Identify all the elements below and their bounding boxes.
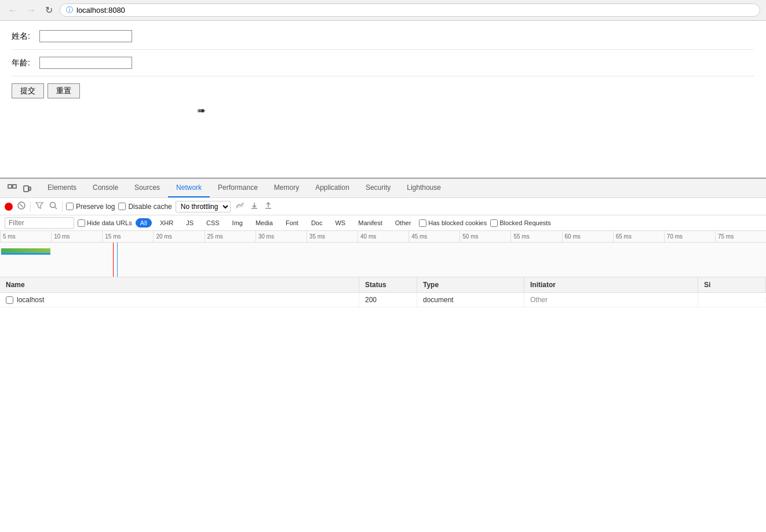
timeline-blue-bar xyxy=(1,253,50,255)
filter-css[interactable]: CSS xyxy=(202,218,224,228)
name-form-row: 姓名: xyxy=(12,30,754,50)
filter-manifest[interactable]: Manifest xyxy=(353,218,387,228)
filter-js[interactable]: JS xyxy=(181,218,198,228)
name-input[interactable] xyxy=(39,30,132,42)
has-blocked-cookies-checkbox[interactable]: Has blocked cookies xyxy=(419,219,487,227)
blocked-requests-checkbox[interactable]: Blocked Requests xyxy=(490,219,551,227)
svg-rect-3 xyxy=(29,187,31,190)
tab-memory[interactable]: Memory xyxy=(266,179,307,197)
devtools-panel: Elements Console Sources Network Perform… xyxy=(0,178,766,513)
tab-performance[interactable]: Performance xyxy=(210,179,266,197)
svg-rect-0 xyxy=(8,185,12,188)
tick-25ms: 25 ms xyxy=(205,231,256,242)
tick-35ms: 35 ms xyxy=(307,231,358,242)
row-name: localhost xyxy=(17,296,44,304)
td-type: document xyxy=(417,293,524,307)
clear-button[interactable] xyxy=(16,200,27,212)
tick-65ms: 65 ms xyxy=(613,231,664,242)
import-har-button[interactable] xyxy=(249,200,260,212)
tick-60ms: 60 ms xyxy=(562,231,613,242)
device-toolbar-button[interactable] xyxy=(20,182,35,197)
tab-console[interactable]: Console xyxy=(85,179,126,197)
throttle-select[interactable]: No throttling Fast 3G Slow 3G Offline xyxy=(176,201,231,212)
td-size xyxy=(698,297,766,303)
th-size: Si xyxy=(698,277,766,292)
tab-sources[interactable]: Sources xyxy=(126,179,168,197)
tick-45ms: 45 ms xyxy=(408,231,459,242)
table-row[interactable]: localhost 200 document Other xyxy=(0,293,766,307)
export-har-button[interactable] xyxy=(263,200,273,212)
cursor-area: ➠ xyxy=(12,98,754,168)
tick-30ms: 30 ms xyxy=(256,231,307,242)
submit-button[interactable]: 提交 xyxy=(12,83,44,98)
hide-data-urls-checkbox[interactable]: Hide data URLs xyxy=(78,219,132,227)
age-form-row: 年龄: xyxy=(12,57,754,76)
svg-rect-1 xyxy=(13,185,16,188)
disable-cache-checkbox[interactable]: Disable cache xyxy=(118,203,172,211)
filter-img[interactable]: Img xyxy=(228,218,247,228)
timeline-ruler: 5 ms 10 ms 15 ms 20 ms 25 ms 30 ms 35 ms… xyxy=(0,231,766,243)
browser-chrome: ← → ↻ ⓘ xyxy=(0,0,766,21)
preserve-log-checkbox[interactable]: Preserve log xyxy=(66,203,115,211)
tick-15ms: 15 ms xyxy=(102,231,153,242)
disable-cache-input[interactable] xyxy=(118,203,126,210)
td-status: 200 xyxy=(359,293,417,307)
timeline-blue-line xyxy=(117,243,118,277)
has-blocked-cookies-input[interactable] xyxy=(419,219,426,227)
network-table: Name Status Type Initiator Si localhost … xyxy=(0,277,766,513)
filter-media[interactable]: Media xyxy=(251,218,278,228)
back-button[interactable]: ← xyxy=(6,4,20,17)
tick-10ms: 10 ms xyxy=(51,231,102,242)
record-button[interactable] xyxy=(5,203,13,211)
td-name: localhost xyxy=(0,293,359,307)
filter-font[interactable]: Font xyxy=(281,218,303,228)
timeline-content xyxy=(0,243,766,277)
filter-button[interactable] xyxy=(34,200,45,212)
svg-point-6 xyxy=(50,203,56,208)
tick-40ms: 40 ms xyxy=(358,231,408,242)
th-initiator: Initiator xyxy=(524,277,698,292)
inspect-element-button[interactable] xyxy=(5,182,20,197)
network-conditions-button[interactable] xyxy=(234,200,246,212)
preserve-log-input[interactable] xyxy=(66,203,74,210)
timeline-area: 5 ms 10 ms 15 ms 20 ms 25 ms 30 ms 35 ms… xyxy=(0,231,766,277)
tick-75ms: 75 ms xyxy=(715,231,766,242)
tab-security[interactable]: Security xyxy=(358,179,399,197)
forward-button[interactable]: → xyxy=(24,4,38,17)
td-initiator: Other xyxy=(524,293,698,307)
tab-application[interactable]: Application xyxy=(307,179,358,197)
tab-network[interactable]: Network xyxy=(168,179,210,197)
address-bar: ⓘ xyxy=(60,3,760,17)
age-input[interactable] xyxy=(39,57,132,69)
url-input[interactable] xyxy=(76,6,754,14)
separator-2 xyxy=(62,201,63,212)
tick-70ms: 70 ms xyxy=(664,231,715,242)
tick-50ms: 50 ms xyxy=(459,231,510,242)
timeline-red-line xyxy=(113,243,114,277)
hide-data-urls-input[interactable] xyxy=(78,219,85,227)
filter-doc[interactable]: Doc xyxy=(307,218,327,228)
page-content: 姓名: 年龄: 提交 重置 ➠ xyxy=(0,21,766,178)
filter-bar: Hide data URLs All XHR JS CSS Img Media … xyxy=(0,215,766,231)
svg-line-5 xyxy=(20,204,23,207)
svg-rect-2 xyxy=(24,186,28,192)
row-checkbox[interactable] xyxy=(6,296,13,304)
filter-all[interactable]: All xyxy=(136,218,152,228)
filter-input[interactable] xyxy=(5,217,74,229)
filter-other[interactable]: Other xyxy=(391,218,416,228)
network-toolbar: Preserve log Disable cache No throttling… xyxy=(0,198,766,215)
tick-55ms: 55 ms xyxy=(510,231,561,242)
svg-line-7 xyxy=(55,207,57,210)
secure-icon: ⓘ xyxy=(66,5,73,15)
form-buttons: 提交 重置 xyxy=(12,83,754,98)
filter-xhr[interactable]: XHR xyxy=(155,218,178,228)
tab-elements[interactable]: Elements xyxy=(39,179,85,197)
reset-button[interactable]: 重置 xyxy=(48,83,80,98)
separator-1 xyxy=(30,201,31,212)
tab-lighthouse[interactable]: Lighthouse xyxy=(399,179,449,197)
reload-button[interactable]: ↻ xyxy=(43,3,55,17)
blocked-requests-input[interactable] xyxy=(490,219,498,227)
search-button[interactable] xyxy=(48,200,59,212)
mouse-cursor: ➠ xyxy=(197,104,206,117)
filter-ws[interactable]: WS xyxy=(330,218,350,228)
